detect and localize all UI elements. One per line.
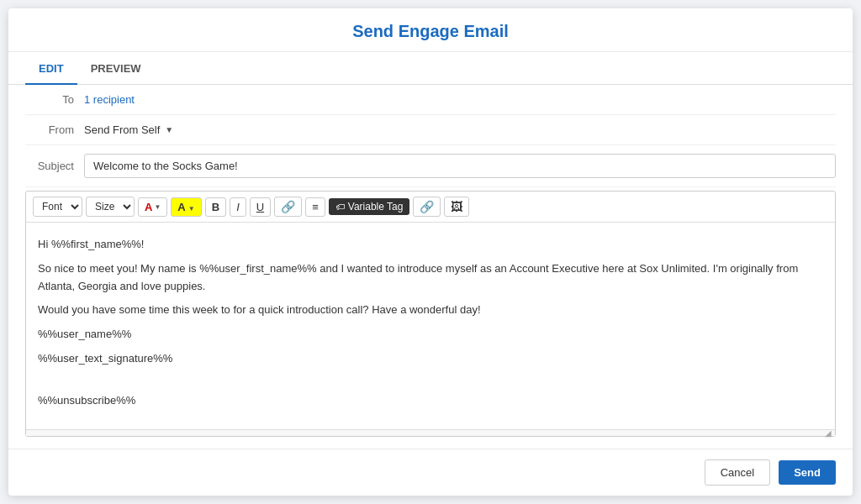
toolbar: Font Size A ▼ A ▼ B <box>26 192 835 223</box>
image-button[interactable]: 🖼 <box>444 197 469 217</box>
tab-edit[interactable]: EDIT <box>25 52 77 85</box>
list-icon: ≡ <box>312 201 319 213</box>
from-row: From Send From Self ▼ <box>25 115 836 145</box>
variable-tag-label: Variable Tag <box>348 201 404 213</box>
modal-title: Send Engage Email <box>25 22 836 41</box>
italic-button[interactable]: I <box>230 197 246 217</box>
to-label: To <box>25 93 84 106</box>
link-button[interactable]: 🔗 <box>274 197 302 217</box>
subject-input[interactable] <box>84 154 836 178</box>
subject-label: Subject <box>25 160 84 172</box>
resize-handle[interactable]: ◢ <box>26 429 835 436</box>
from-dropdown[interactable]: Send From Self ▼ <box>84 123 173 136</box>
modal-footer: Cancel Send <box>8 449 853 496</box>
from-dropdown-text: Send From Self <box>84 123 160 136</box>
email-line-5: %%user_text_signature%% <box>38 350 823 368</box>
email-line-1: Hi %%first_name%%! <box>38 236 823 254</box>
highlight-button[interactable]: A ▼ <box>171 197 201 217</box>
underline-label: U <box>256 201 264 213</box>
bold-label: B <box>212 201 219 213</box>
font-color-button[interactable]: A ▼ <box>138 197 167 217</box>
highlight-arrow-icon: ▼ <box>188 205 195 213</box>
editor-area: Font Size A ▼ A ▼ B <box>25 191 836 437</box>
email-line-6: %%unsubscribe%% <box>38 392 823 410</box>
italic-label: I <box>236 201 240 213</box>
to-value[interactable]: 1 recipient <box>84 93 135 106</box>
cancel-button[interactable]: Cancel <box>705 459 770 486</box>
send-button[interactable]: Send <box>779 460 836 485</box>
tabs-bar: EDIT PREVIEW <box>8 52 853 85</box>
modal-body: To 1 recipient From Send From Self ▼ Sub… <box>8 85 853 449</box>
modal-header: Send Engage Email <box>8 8 853 52</box>
image-icon: 🖼 <box>451 200 462 213</box>
from-label: From <box>25 123 84 136</box>
list-button[interactable]: ≡ <box>305 197 325 217</box>
underline-button[interactable]: U <box>250 197 271 217</box>
resize-icon: ◢ <box>825 428 832 438</box>
email-line-2: So nice to meet you! My name is %%user_f… <box>38 260 823 296</box>
font-select[interactable]: Font <box>33 197 82 217</box>
bold-button[interactable]: B <box>205 197 226 217</box>
font-color-arrow-icon: ▼ <box>154 203 161 211</box>
email-content-area[interactable]: Hi %%first_name%%! So nice to meet you! … <box>26 223 835 429</box>
size-select[interactable]: Size <box>86 197 135 217</box>
link-icon: 🔗 <box>281 200 295 213</box>
email-line-3: Would you have some time this week to fo… <box>38 302 823 319</box>
chevron-down-icon: ▼ <box>165 125 173 134</box>
url-link-icon: 🔗 <box>420 200 434 213</box>
email-line-4: %%user_name%% <box>38 326 823 344</box>
subject-row: Subject <box>25 145 836 187</box>
to-row: To 1 recipient <box>25 85 836 115</box>
variable-tag-button[interactable]: 🏷 Variable Tag <box>329 198 410 215</box>
modal-container: Send Engage Email EDIT PREVIEW To 1 reci… <box>8 8 853 496</box>
tag-icon: 🏷 <box>335 202 345 212</box>
url-link-button[interactable]: 🔗 <box>413 197 441 217</box>
font-color-label: A <box>145 201 152 213</box>
highlight-label: A <box>177 201 185 213</box>
tab-preview[interactable]: PREVIEW <box>77 52 155 85</box>
